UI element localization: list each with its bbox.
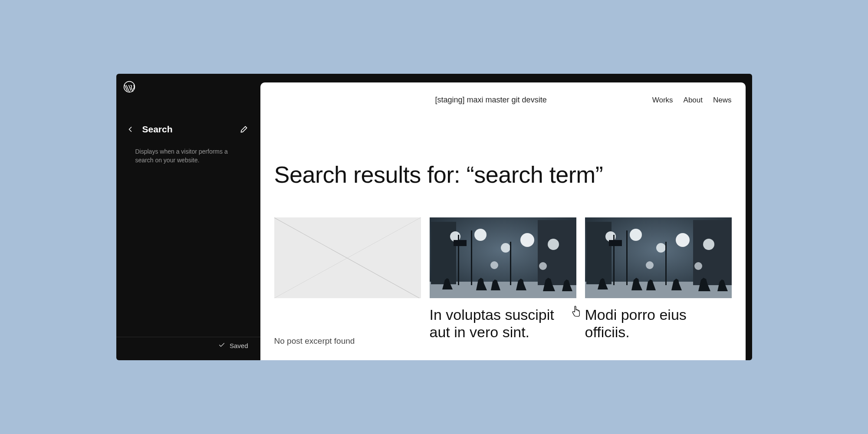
edit-button[interactable] <box>238 123 250 135</box>
sidebar: Search Displays when a visitor performs … <box>116 74 260 360</box>
back-button[interactable] <box>124 123 136 135</box>
sidebar-title: Search <box>142 124 238 135</box>
wordpress-logo-icon[interactable] <box>123 81 135 93</box>
save-status: Saved <box>116 337 260 350</box>
svg-point-21 <box>630 229 642 241</box>
svg-rect-4 <box>538 220 576 285</box>
svg-rect-13 <box>471 230 472 285</box>
svg-point-24 <box>703 239 714 250</box>
thumbnail-image <box>430 217 576 298</box>
result-card[interactable]: Modi porro eius officiis. <box>585 217 732 346</box>
site-title[interactable]: [staging] maxi master git devsite <box>260 95 652 105</box>
nav-link[interactable]: Works <box>652 96 673 105</box>
svg-rect-14 <box>454 240 467 246</box>
svg-point-11 <box>539 262 547 270</box>
svg-rect-30 <box>665 242 667 285</box>
page-title: Search results for: “search term” <box>274 161 746 188</box>
sidebar-description: Displays when a visitor performs a searc… <box>135 148 247 164</box>
svg-point-10 <box>490 261 498 269</box>
svg-point-6 <box>474 229 487 241</box>
result-title[interactable]: In voluptas suscipit aut in vero sint. <box>430 306 576 341</box>
sidebar-header: Search <box>116 121 260 138</box>
template-preview[interactable]: [staging] maxi master git devsite Works … <box>260 82 746 360</box>
check-icon <box>218 342 225 350</box>
site-header: [staging] maxi master git devsite Works … <box>260 82 746 105</box>
svg-rect-19 <box>693 220 732 285</box>
svg-point-25 <box>646 261 654 269</box>
svg-point-8 <box>520 233 534 247</box>
save-status-label: Saved <box>230 342 248 349</box>
svg-rect-3 <box>431 222 456 284</box>
svg-point-9 <box>548 239 559 250</box>
svg-rect-15 <box>510 242 511 285</box>
svg-point-26 <box>694 262 702 270</box>
thumbnail-placeholder <box>274 217 421 298</box>
nav-link[interactable]: About <box>684 96 703 105</box>
editor-frame: Search Displays when a visitor performs … <box>116 74 752 360</box>
svg-point-7 <box>501 243 510 253</box>
svg-rect-18 <box>586 222 612 284</box>
svg-rect-29 <box>609 240 622 246</box>
svg-point-22 <box>656 243 666 253</box>
excerpt-missing: No post excerpt found <box>274 336 421 346</box>
results-grid: No post excerpt found <box>274 217 732 346</box>
primary-nav: Works About News <box>652 96 732 105</box>
thumbnail-image <box>585 217 732 298</box>
result-title[interactable]: Modi porro eius officiis. <box>585 306 732 341</box>
svg-rect-28 <box>626 230 628 285</box>
result-card[interactable]: In voluptas suscipit aut in vero sint. <box>430 217 576 346</box>
result-card[interactable]: No post excerpt found <box>274 217 421 346</box>
svg-point-23 <box>676 233 690 247</box>
nav-link[interactable]: News <box>713 96 732 105</box>
